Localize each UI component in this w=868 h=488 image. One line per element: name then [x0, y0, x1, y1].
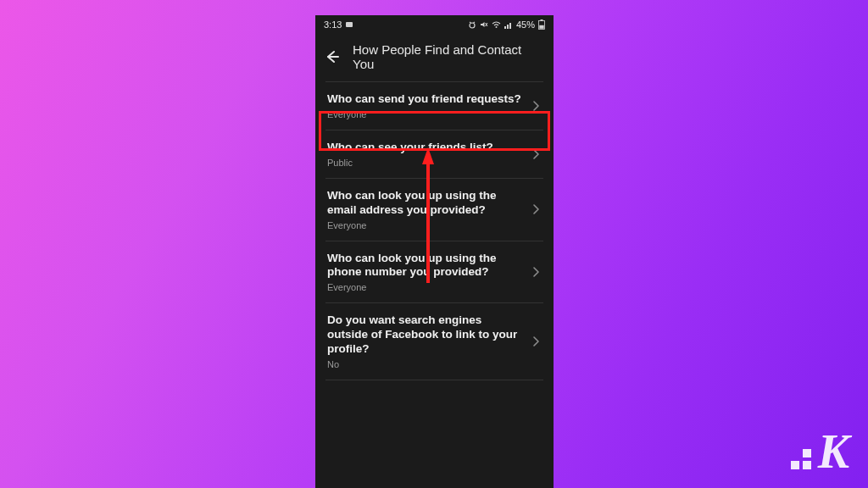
svg-rect-9 — [507, 25, 509, 29]
mute-icon — [480, 20, 488, 29]
brand-watermark: K — [791, 430, 851, 473]
chevron-right-icon — [531, 336, 540, 347]
chevron-right-icon — [531, 100, 540, 112]
card-icon — [345, 20, 353, 29]
svg-line-3 — [473, 22, 475, 23]
page-title: How People Find and Contact You — [353, 42, 545, 71]
svg-marker-4 — [481, 22, 485, 27]
back-button[interactable] — [324, 48, 341, 65]
battery-icon — [538, 19, 545, 30]
setting-value: No — [327, 359, 523, 369]
setting-friend-requests[interactable]: Who can send you friend requests?Everyon… — [326, 81, 543, 130]
setting-label: Who can look you up using the email addr… — [327, 189, 523, 218]
status-bar: 3:13 45% — [315, 15, 554, 34]
alarm-icon — [468, 20, 476, 29]
phone-frame: 3:13 45% — [315, 15, 554, 488]
arrow-left-icon — [324, 48, 341, 65]
svg-rect-0 — [346, 22, 353, 27]
setting-value: Everyone — [327, 109, 523, 119]
setting-label: Do you want search engines outside of Fa… — [327, 313, 523, 357]
setting-lookup-email[interactable]: Who can look you up using the email addr… — [326, 178, 543, 241]
setting-lookup-phone[interactable]: Who can look you up using the phone numb… — [326, 241, 543, 303]
chevron-right-icon — [531, 148, 540, 160]
setting-search-engines[interactable]: Do you want search engines outside of Fa… — [326, 302, 543, 380]
chevron-right-icon — [531, 203, 540, 215]
setting-label: Who can see your friends list? — [327, 141, 523, 155]
setting-value: Everyone — [327, 220, 523, 230]
svg-point-1 — [470, 23, 475, 28]
status-time: 3:13 — [324, 19, 342, 30]
page-header: How People Find and Contact You — [315, 34, 554, 81]
setting-texts: Who can see your friends list?Public — [327, 141, 531, 168]
status-battery-text: 45% — [516, 19, 535, 30]
svg-rect-13 — [539, 25, 543, 29]
background-gradient: 3:13 45% — [0, 0, 868, 488]
setting-texts: Who can look you up using the phone numb… — [327, 252, 531, 293]
setting-texts: Who can look you up using the email addr… — [327, 189, 531, 230]
wifi-icon — [492, 20, 501, 29]
setting-label: Who can send you friend requests? — [327, 92, 523, 107]
setting-value: Public — [327, 158, 523, 168]
setting-texts: Do you want search engines outside of Fa… — [327, 313, 531, 369]
signal-icon — [504, 20, 513, 29]
brand-letter: K — [818, 430, 851, 473]
svg-line-2 — [470, 22, 471, 23]
svg-point-7 — [495, 26, 497, 28]
brand-dots-icon — [791, 449, 811, 469]
setting-value: Everyone — [327, 282, 523, 292]
setting-texts: Who can send you friend requests?Everyon… — [327, 92, 531, 119]
svg-rect-10 — [509, 23, 511, 29]
chevron-right-icon — [531, 266, 540, 278]
svg-rect-8 — [504, 26, 506, 29]
settings-list: Who can send you friend requests?Everyon… — [315, 81, 554, 488]
setting-label: Who can look you up using the phone numb… — [327, 252, 523, 280]
setting-friends-list[interactable]: Who can see your friends list?Public — [326, 130, 543, 178]
